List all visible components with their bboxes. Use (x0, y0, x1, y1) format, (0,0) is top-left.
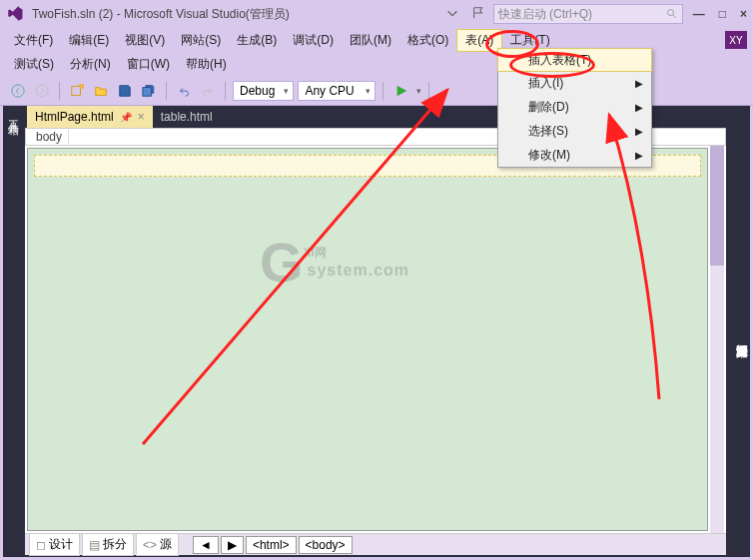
vs-logo-icon (6, 5, 24, 23)
search-icon (666, 8, 678, 20)
menu-debug[interactable]: 调试(D) (285, 30, 342, 51)
menu-modify[interactable]: 修改(M)▶ (498, 143, 651, 167)
editor-area: HtmlPage.html 📌 × table.html body ◻设计 ▤拆… (23, 106, 728, 557)
submenu-arrow-icon: ▶ (635, 78, 643, 89)
open-button[interactable] (91, 81, 111, 101)
submenu-arrow-icon: ▶ (635, 150, 643, 161)
undo-button[interactable] (174, 81, 194, 101)
pin-icon[interactable]: 📌 (120, 112, 132, 123)
menu-view[interactable]: 视图(V) (117, 30, 173, 51)
path-body[interactable]: <body> (299, 536, 353, 554)
menu-file[interactable]: 文件(F) (6, 30, 61, 51)
menu-table[interactable]: 表(A) (456, 29, 502, 52)
view-mode-tabs: ◻设计 ▤拆分 <>源 ◄ ▶ <html> <body> (25, 533, 726, 555)
xy-badge[interactable]: XY (725, 31, 747, 49)
window-title: TwoFish.sln (2) - Microsoft Visual Studi… (32, 6, 290, 23)
close-button[interactable]: × (740, 7, 747, 21)
path-html[interactable]: <html> (246, 536, 297, 554)
tab-label: HtmlPage.html (35, 110, 114, 124)
svg-rect-3 (72, 86, 81, 95)
svg-point-1 (12, 84, 24, 96)
redo-button[interactable] (198, 81, 218, 101)
config-dropdown[interactable]: Debug (233, 81, 294, 101)
tab-tablehtml[interactable]: table.html (153, 106, 221, 128)
menu-format[interactable]: 格式(O) (399, 30, 456, 51)
menu-team[interactable]: 团队(M) (342, 30, 399, 51)
menu-select[interactable]: 选择(S)▶ (498, 119, 651, 143)
platform-dropdown[interactable]: Any CPU (298, 81, 376, 101)
table-dropdown-menu: 插入表格(T) 插入(I)▶ 删除(D)▶ 选择(S)▶ 修改(M)▶ (497, 48, 652, 168)
menu-analyze[interactable]: 分析(N) (62, 54, 119, 75)
view-source[interactable]: <>源 (136, 533, 179, 556)
menu-build[interactable]: 生成(B) (229, 30, 285, 51)
menu-window[interactable]: 窗口(W) (119, 54, 178, 75)
nav-fwd-button[interactable] (32, 81, 52, 101)
svg-point-2 (36, 84, 48, 96)
vertical-scrollbar[interactable] (710, 146, 724, 533)
notify-flag-icon[interactable] (471, 6, 485, 23)
nav-back-button[interactable] (8, 81, 28, 101)
submenu-arrow-icon: ▶ (635, 102, 643, 113)
path-nav-next[interactable]: ▶ (221, 536, 244, 554)
menu-insert[interactable]: 插入(I)▶ (498, 71, 651, 95)
new-project-button[interactable] (67, 81, 87, 101)
run-button[interactable] (390, 81, 412, 101)
menu-site[interactable]: 网站(S) (173, 30, 229, 51)
view-split[interactable]: ▤拆分 (82, 533, 134, 556)
quick-launch-placeholder: 快速启动 (Ctrl+Q) (498, 6, 666, 23)
save-button[interactable] (115, 81, 135, 101)
workspace: 工具箱 HtmlPage.html 📌 × table.html body (3, 106, 750, 557)
path-nav-prev[interactable]: ◄ (193, 536, 219, 554)
left-rail-toolbox[interactable]: 工具箱 (3, 106, 23, 557)
menu-test[interactable]: 测试(S) (6, 54, 62, 75)
close-tab-icon[interactable]: × (138, 110, 145, 124)
right-rail: 解决方案资源管理器 团队资源管理器 诊断工具 (728, 106, 750, 557)
design-canvas[interactable] (27, 148, 708, 531)
menu-help[interactable]: 帮助(H) (178, 54, 235, 75)
quick-launch-input[interactable]: 快速启动 (Ctrl+Q) (493, 4, 683, 24)
svg-point-0 (667, 10, 673, 16)
minimize-button[interactable]: — (693, 7, 705, 21)
title-notify-area (445, 6, 485, 23)
view-design[interactable]: ◻设计 (29, 533, 80, 556)
menu-insert-table[interactable]: 插入表格(T) (497, 48, 652, 72)
menu-delete[interactable]: 删除(D)▶ (498, 95, 651, 119)
tab-label: table.html (161, 110, 213, 124)
breadcrumb-body[interactable]: body (30, 130, 69, 144)
submenu-arrow-icon: ▶ (635, 126, 643, 137)
tab-htmlpage[interactable]: HtmlPage.html 📌 × (27, 106, 153, 128)
save-all-button[interactable] (139, 81, 159, 101)
menu-edit[interactable]: 编辑(E) (61, 30, 117, 51)
notify-down-icon[interactable] (445, 6, 459, 23)
titlebar: TwoFish.sln (2) - Microsoft Visual Studi… (0, 0, 753, 28)
scroll-thumb[interactable] (710, 146, 724, 266)
maximize-button[interactable]: □ (719, 7, 726, 21)
